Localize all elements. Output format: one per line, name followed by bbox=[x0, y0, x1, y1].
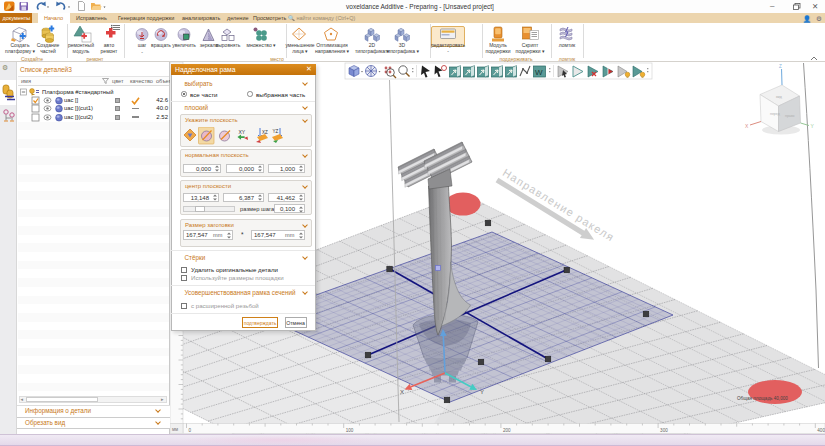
svg-text:W: W bbox=[535, 68, 543, 77]
svg-text:Z: Z bbox=[779, 64, 782, 69]
svg-text:XZ: XZ bbox=[262, 130, 268, 135]
svg-text:X: X bbox=[745, 123, 749, 129]
svg-text:мм: мм bbox=[172, 427, 178, 432]
svg-text:вид: вид bbox=[776, 95, 782, 99]
svg-text:право: право bbox=[785, 114, 795, 118]
svg-text:перед: перед bbox=[770, 112, 780, 116]
svg-text:100: 100 bbox=[346, 428, 354, 433]
svg-text:XY: XY bbox=[239, 129, 246, 135]
svg-text:Общая площадь 40,000: Общая площадь 40,000 bbox=[737, 396, 788, 401]
svg-text:0: 0 bbox=[189, 428, 192, 433]
svg-text:300: 300 bbox=[660, 428, 668, 433]
svg-text:Y: Y bbox=[480, 389, 484, 395]
svg-text:200: 200 bbox=[503, 428, 511, 433]
svg-text:X: X bbox=[400, 389, 404, 395]
svg-text:400: 400 bbox=[817, 428, 825, 433]
svg-text:YZ: YZ bbox=[273, 129, 279, 134]
svg-text:Y: Y bbox=[811, 123, 815, 129]
